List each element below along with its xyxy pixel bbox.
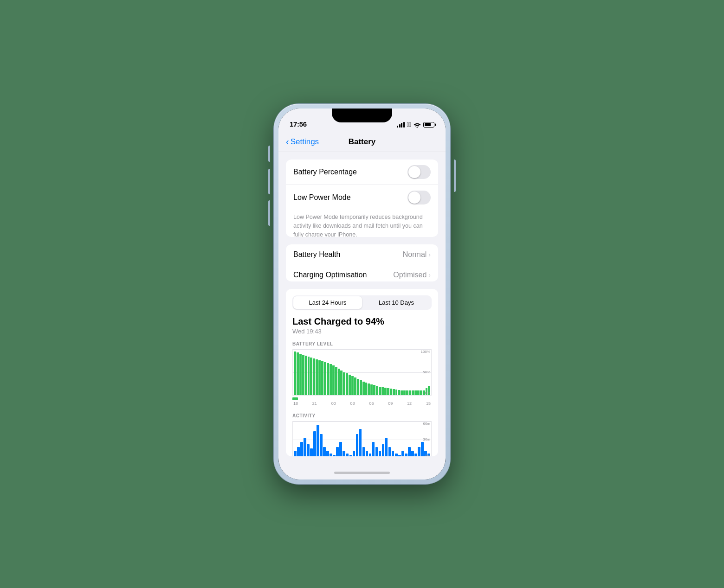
- activity-bar: [418, 447, 420, 456]
- y-labels-activity: 60m 30m 0m: [423, 422, 430, 457]
- notch: [332, 109, 392, 122]
- battery-bar: [327, 363, 329, 395]
- battery-bar: [393, 389, 395, 395]
- activity-bars: [293, 422, 431, 457]
- time-segment-control[interactable]: Last 24 Hours Last 10 Days: [292, 295, 432, 310]
- activity-bar: [313, 431, 316, 456]
- charge-title: Last Charged to 94%: [292, 316, 432, 327]
- activity-bar: [401, 451, 404, 456]
- charging-optimisation-status: Optimised: [393, 271, 427, 279]
- activity-bar: [408, 447, 411, 456]
- battery-percentage-label: Battery Percentage: [293, 168, 357, 176]
- activity-bar: [405, 454, 407, 456]
- battery-bar: [417, 390, 420, 395]
- battery-bar: [370, 384, 373, 395]
- home-indicator: [278, 466, 446, 479]
- y-label-50: 50%: [421, 370, 430, 374]
- power-button: [454, 160, 456, 192]
- activity-bar: [317, 425, 319, 456]
- activity-bar: [353, 451, 356, 456]
- signal-icon: [397, 122, 405, 128]
- activity-bar: [307, 444, 310, 456]
- wifi-icon: [414, 122, 421, 128]
- activity-bar: [304, 438, 306, 456]
- battery-level-chart-container: BATTERY LEVEL 100% 50% 0%: [292, 341, 432, 406]
- wifi-icon: ▾𝅯: [407, 121, 412, 128]
- activity-chart: 60m 30m 0m: [292, 421, 432, 457]
- activity-bar: [414, 454, 417, 456]
- silent-switch: [268, 146, 270, 162]
- x-label: 21: [312, 401, 317, 406]
- battery-bar: [349, 375, 351, 395]
- activity-bar: [310, 448, 313, 456]
- battery-bar: [302, 355, 304, 395]
- battery-bar: [294, 352, 296, 395]
- y-label-60m: 60m: [423, 422, 430, 426]
- battery-health-value: Normal ›: [403, 250, 431, 259]
- battery-bar: [381, 387, 384, 395]
- battery-bar: [308, 357, 310, 395]
- battery-bar: [409, 390, 411, 395]
- battery-bar: [365, 383, 368, 395]
- toggles-group: Battery Percentage Low Power Mode Low Po…: [286, 160, 438, 237]
- battery-bar: [379, 387, 381, 395]
- activity-bar: [375, 447, 378, 456]
- battery-bar: [297, 352, 299, 395]
- chevron-right-icon: ›: [428, 251, 431, 258]
- back-label: Settings: [291, 137, 319, 147]
- y-labels: 100% 50% 0%: [421, 350, 430, 395]
- activity-bar: [333, 455, 336, 456]
- low-power-mode-row[interactable]: Low Power Mode: [286, 185, 438, 210]
- x-label: 09: [388, 401, 393, 406]
- battery-icon: [423, 122, 434, 128]
- battery-bar: [395, 390, 398, 395]
- charging-optimisation-row[interactable]: Charging Optimisation Optimised ›: [286, 265, 438, 281]
- low-power-mode-toggle[interactable]: [407, 191, 431, 205]
- segment-24h[interactable]: Last 24 Hours: [293, 296, 362, 309]
- chart-section: Last 24 Hours Last 10 Days Last Charged …: [286, 289, 438, 457]
- low-power-description: Low Power Mode temporarily reduces backg…: [286, 210, 438, 237]
- back-button[interactable]: ‹ Settings: [286, 137, 319, 147]
- activity-bar: [395, 454, 398, 456]
- battery-bar: [398, 390, 400, 395]
- activity-bar: [398, 455, 401, 456]
- activity-bar: [330, 454, 332, 456]
- activity-bar: [339, 442, 342, 456]
- battery-bar: [406, 390, 408, 395]
- back-chevron-icon: ‹: [286, 137, 289, 146]
- battery-bar: [357, 379, 359, 395]
- battery-percentage-toggle[interactable]: [407, 165, 431, 179]
- battery-bar: [354, 377, 356, 395]
- activity-bar: [336, 447, 339, 456]
- x-label: 06: [369, 401, 374, 406]
- charging-optimisation-value: Optimised ›: [393, 271, 431, 279]
- activity-bar: [300, 442, 303, 456]
- activity-bar: [349, 455, 352, 456]
- segment-10d[interactable]: Last 10 Days: [362, 296, 431, 309]
- activity-bar: [323, 447, 326, 456]
- y-label-30m: 30m: [423, 437, 430, 441]
- battery-bar: [362, 382, 365, 395]
- activity-bar: [343, 451, 345, 456]
- battery-bar: [330, 364, 332, 395]
- activity-bar: [369, 454, 372, 456]
- svg-point-0: [416, 127, 418, 128]
- battery-percentage-row[interactable]: Battery Percentage: [286, 160, 438, 185]
- battery-bar: [368, 383, 370, 395]
- battery-bar: [414, 390, 417, 395]
- battery-bar: [338, 369, 340, 395]
- x-labels: 1821000306091215: [292, 400, 432, 406]
- activity-bar: [294, 451, 297, 456]
- health-group: Battery Health Normal › Charging Optimis…: [286, 244, 438, 281]
- battery-bar: [387, 388, 389, 395]
- activity-chart-container: ACTIVITY 60m 30m 0m: [292, 413, 432, 457]
- toggle-thumb: [408, 192, 420, 204]
- activity-bar: [379, 451, 381, 456]
- page-title: Battery: [349, 137, 376, 147]
- battery-fill: [425, 123, 431, 126]
- battery-health-row[interactable]: Battery Health Normal ›: [286, 244, 438, 265]
- y-label-0m: 0m: [423, 454, 430, 457]
- battery-bar: [332, 365, 335, 395]
- phone-screen-area: 17:56 ▾𝅯: [278, 109, 446, 479]
- activity-bar: [388, 447, 391, 456]
